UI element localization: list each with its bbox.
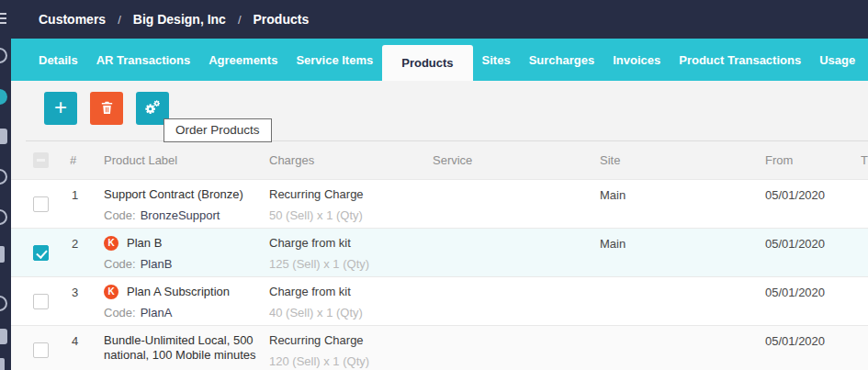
code-label: Code: xyxy=(104,306,136,320)
breadcrumb-separator: / xyxy=(238,13,242,27)
from-cell: 05/01/2020 xyxy=(765,229,861,276)
service-cell xyxy=(433,229,600,276)
header-number: # xyxy=(70,153,104,167)
sidebar xyxy=(0,0,11,370)
kit-badge-icon: K xyxy=(104,236,118,251)
table-row[interactable]: 1 Support Contract (Bronze) Code:BronzeS… xyxy=(0,179,868,228)
charge-detail: 50 (Sell) x 1 (Qty) xyxy=(269,208,433,222)
product-label: Plan A Subscription xyxy=(127,285,239,299)
charge-detail: 125 (Sell) x 1 (Qty) xyxy=(269,257,433,271)
charge-type: Recurring Charge xyxy=(269,326,433,348)
row-checkbox[interactable] xyxy=(33,294,49,309)
code-label: Code: xyxy=(104,208,136,222)
add-product-button[interactable]: + xyxy=(44,92,77,125)
cogs-icon xyxy=(143,98,162,119)
sidebar-icon-4[interactable] xyxy=(0,169,7,185)
tab-usage[interactable]: Usage xyxy=(810,39,864,81)
product-label: Bundle-Unlimited Local, 500 national, 10… xyxy=(104,333,269,363)
row-number: 3 xyxy=(70,277,104,325)
sidebar-icon-9[interactable] xyxy=(0,358,5,370)
tooltip-order-products: Order Products xyxy=(163,118,272,142)
tab-sites[interactable]: Sites xyxy=(473,39,520,81)
site-cell xyxy=(600,277,765,325)
sidebar-icon-6[interactable] xyxy=(0,246,5,263)
tab-products[interactable]: Products xyxy=(382,45,472,81)
charge-type: Charge from kit xyxy=(269,229,433,251)
to-cell xyxy=(861,180,868,228)
plus-icon: + xyxy=(54,95,67,120)
to-cell xyxy=(861,277,868,325)
service-cell xyxy=(433,180,600,228)
menu-icon[interactable] xyxy=(0,13,7,24)
breadcrumb-separator: / xyxy=(118,13,121,27)
trash-icon xyxy=(99,99,115,118)
row-number: 4 xyxy=(70,326,104,370)
breadcrumb-customers[interactable]: Customers xyxy=(39,12,106,27)
service-cell xyxy=(433,326,600,370)
tab-agreements[interactable]: Agreements xyxy=(199,39,287,81)
sidebar-icon-3[interactable] xyxy=(0,129,7,144)
product-label: Plan B xyxy=(127,236,171,251)
site-cell: Main xyxy=(600,180,765,228)
row-checkbox[interactable] xyxy=(33,245,49,261)
product-code: BronzeSupport xyxy=(141,208,220,222)
sidebar-icon-1[interactable] xyxy=(0,48,7,63)
row-number: 2 xyxy=(70,229,104,276)
breadcrumb-products[interactable]: Products xyxy=(254,12,310,27)
charge-type: Recurring Charge xyxy=(269,180,433,202)
sidebar-icon-5[interactable] xyxy=(0,209,7,225)
site-cell: Main xyxy=(600,229,765,276)
product-code: PlanB xyxy=(141,257,173,271)
charge-type: Charge from kit xyxy=(269,277,433,299)
tab-surcharges[interactable]: Surcharges xyxy=(520,39,604,81)
code-label: Code: xyxy=(104,257,136,271)
service-cell xyxy=(433,277,600,325)
products-table: # Product Label Charges Service Site Fro… xyxy=(0,140,868,370)
table-row[interactable]: 2 K Plan B Code:PlanB Charge from kit 12… xyxy=(0,228,868,276)
from-cell: 05/01/2020 xyxy=(765,326,861,370)
header-to: T xyxy=(861,153,868,167)
product-label: Support Contract (Bronze) xyxy=(104,187,253,202)
header-charges: Charges xyxy=(269,153,433,167)
tab-bar: Details AR Transactions Agreements Servi… xyxy=(11,39,868,81)
sidebar-icon-7[interactable] xyxy=(0,296,7,311)
to-cell xyxy=(861,326,868,370)
charge-detail: 40 (Sell) x 1 (Qty) xyxy=(269,306,433,320)
sidebar-icon-8[interactable] xyxy=(0,329,7,344)
table-row[interactable]: 3 K Plan A Subscription Code:PlanA Charg… xyxy=(0,276,868,325)
to-cell xyxy=(861,229,868,276)
delete-product-button[interactable] xyxy=(90,92,123,125)
sidebar-icon-2[interactable] xyxy=(0,89,7,105)
tab-invoices[interactable]: Invoices xyxy=(603,39,670,81)
charge-detail: 120 (Sell) x 1 (Qty) xyxy=(269,354,433,368)
tab-service-items[interactable]: Service Items xyxy=(287,39,382,81)
tab-assets[interactable]: Ass xyxy=(864,39,868,81)
row-checkbox[interactable] xyxy=(33,342,49,358)
from-cell: 05/01/2020 xyxy=(765,277,861,325)
breadcrumb-customer-name[interactable]: Big Design, Inc xyxy=(133,12,226,27)
select-all-checkbox[interactable] xyxy=(33,152,49,168)
header-site: Site xyxy=(600,153,765,167)
row-number: 1 xyxy=(70,180,104,228)
kit-badge-icon: K xyxy=(104,285,118,299)
header-from: From xyxy=(765,153,861,167)
header-service: Service xyxy=(433,153,600,167)
table-row[interactable]: 4 Bundle-Unlimited Local, 500 national, … xyxy=(0,325,868,370)
header-product-label: Product Label xyxy=(104,153,269,167)
table-header-row: # Product Label Charges Service Site Fro… xyxy=(0,140,868,179)
site-cell xyxy=(600,326,765,370)
breadcrumb: Customers / Big Design, Inc / Products xyxy=(0,0,868,39)
tab-ar-transactions[interactable]: AR Transactions xyxy=(87,39,200,81)
tab-product-transactions[interactable]: Product Transactions xyxy=(670,39,810,81)
product-code: PlanA xyxy=(141,306,173,320)
tab-details[interactable]: Details xyxy=(29,39,87,81)
row-checkbox[interactable] xyxy=(33,196,49,212)
from-cell: 05/01/2020 xyxy=(765,180,861,228)
